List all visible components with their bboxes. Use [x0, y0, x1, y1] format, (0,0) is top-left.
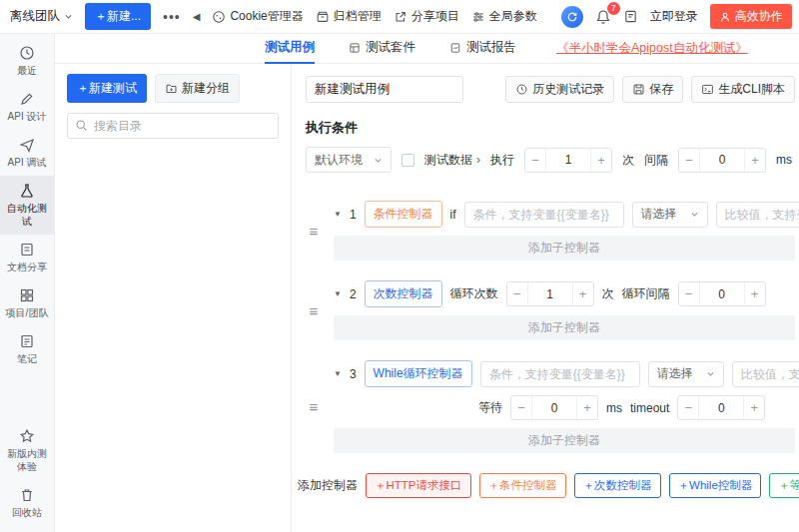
generate-cli-button[interactable]: 生成CLI脚本	[691, 76, 795, 103]
sidebar-item-api-debug[interactable]: API 调试	[0, 130, 54, 176]
condition-input[interactable]	[480, 361, 640, 387]
sidebar-item-project-team[interactable]: 项目/团队	[0, 280, 54, 326]
minus-button[interactable]: −	[678, 396, 698, 419]
plus-button[interactable]: +	[577, 396, 597, 419]
trash-icon	[19, 487, 35, 503]
exec-count-value[interactable]: 1	[545, 149, 591, 172]
drag-handle-icon[interactable]: ≡	[306, 399, 322, 414]
add-sub-controller-button[interactable]: 添加子控制器	[334, 428, 795, 453]
topbar: 离线团队 ＋新建... ••• ◀ Cookie管理器 归档管理 分享项目 全局…	[0, 0, 799, 34]
collapse-caret-icon[interactable]: ▼	[334, 289, 342, 298]
plus-button[interactable]: +	[745, 282, 765, 305]
plus-button[interactable]: +	[591, 149, 611, 172]
sidebar-item-automation[interactable]: 自动化测试	[0, 176, 54, 235]
collapse-panel-icon[interactable]: ◀	[193, 11, 201, 22]
test-data-checkbox[interactable]	[401, 154, 414, 167]
cookie-icon	[212, 10, 226, 24]
content-area: 测试用例 测试套件 测试报告 《半小时学会Apipost自动化测试》 ＋新建测试	[55, 34, 799, 532]
sync-assistant-button[interactable]	[561, 6, 583, 28]
new-group-button[interactable]: 新建分组	[155, 74, 240, 103]
collapse-caret-icon[interactable]: ▼	[334, 369, 342, 378]
drag-handle-icon[interactable]: ≡	[306, 303, 322, 318]
compare-value-input[interactable]	[732, 361, 799, 387]
times-unit-label: 次	[602, 285, 614, 302]
sidebar-item-recent[interactable]: 最近	[0, 38, 54, 84]
sidebar-item-label: 新版内测体验	[5, 447, 49, 473]
controller-block: ▼ 2 次数控制器 循环次数 − 1 + 次	[334, 280, 795, 340]
timeout-value[interactable]: 0	[698, 396, 744, 419]
case-name-input[interactable]	[306, 76, 463, 103]
compare-value-input[interactable]	[716, 202, 799, 228]
notification-badge: 7	[607, 2, 620, 15]
add-count-controller-button[interactable]: ＋次数控制器	[574, 473, 661, 498]
add-sub-controller-button[interactable]: 添加子控制器	[334, 236, 795, 261]
login-button[interactable]: 立即登录	[650, 8, 698, 25]
save-button[interactable]: 保存	[622, 76, 683, 103]
new-test-button[interactable]: ＋新建测试	[67, 74, 147, 103]
env-select[interactable]: 默认环境	[306, 147, 392, 173]
add-sub-controller-button[interactable]: 添加子控制器	[334, 315, 795, 340]
test-data-label: 测试数据	[424, 152, 472, 169]
add-controller-row: 添加控制器 ＋HTTP请求接口 ＋条件控制器 ＋次数控制器 ＋While控制器 …	[298, 473, 795, 498]
operator-select[interactable]: 请选择	[648, 361, 724, 387]
archive-manager-button[interactable]: 归档管理	[316, 8, 382, 25]
minus-button[interactable]: −	[525, 149, 545, 172]
plus-button[interactable]: +	[573, 282, 593, 305]
global-params-button[interactable]: 全局参数	[471, 8, 537, 25]
document-share-icon	[19, 242, 35, 258]
plus-button[interactable]: +	[744, 396, 764, 419]
test-data-toggle[interactable]: 测试数据 ›	[424, 152, 480, 169]
new-button[interactable]: ＋新建...	[85, 3, 151, 30]
loop-count-value[interactable]: 1	[527, 282, 573, 305]
exec-condition-row: 默认环境 测试数据 › 执行 − 1 +	[306, 147, 795, 173]
sidebar-item-recycle[interactable]: 回收站	[0, 480, 54, 526]
add-wait-controller-button[interactable]: ＋等待控制器	[769, 473, 799, 498]
tab-test-report[interactable]: 测试报告	[449, 34, 516, 64]
search-input[interactable]	[67, 113, 279, 139]
plus-button[interactable]: +	[745, 149, 765, 172]
sidebar: 最近 API 设计 API 调试 自动化测试 文档分享 项目/团队	[0, 34, 55, 532]
app-body: 最近 API 设计 API 调试 自动化测试 文档分享 项目/团队	[0, 34, 799, 532]
collab-label: 高效协作	[735, 8, 783, 25]
sidebar-item-api-design[interactable]: API 设计	[0, 84, 54, 130]
controller-list: ≡ ▼ 1 条件控制器 if 请选择	[306, 201, 795, 453]
tab-test-case[interactable]: 测试用例	[265, 34, 315, 64]
add-http-request-button[interactable]: ＋HTTP请求接口	[366, 473, 471, 498]
notifications-button[interactable]: 7	[595, 9, 611, 25]
feedback-button[interactable]	[623, 9, 638, 24]
sidebar-item-notes[interactable]: 笔记	[0, 326, 54, 372]
loop-interval-label: 循环间隔	[622, 285, 670, 302]
operator-select[interactable]: 请选择	[632, 202, 708, 228]
new-group-label: 新建分组	[182, 80, 230, 97]
share-project-button[interactable]: 分享项目	[394, 8, 459, 25]
tab-test-suite[interactable]: 测试套件	[349, 34, 415, 64]
tutorial-link[interactable]: 《半小时学会Apipost自动化测试》	[556, 40, 748, 57]
collapse-caret-icon[interactable]: ▼	[334, 210, 342, 219]
loop-interval-stepper: − 0 +	[678, 281, 766, 306]
minus-button[interactable]: −	[511, 396, 531, 419]
interval-value[interactable]: 0	[699, 149, 745, 172]
minus-button[interactable]: −	[679, 149, 699, 172]
controller-condition: ≡ ▼ 1 条件控制器 if 请选择	[306, 201, 795, 261]
history-button[interactable]: 历史测试记录	[505, 76, 614, 103]
loop-interval-value[interactable]: 0	[699, 282, 745, 305]
grid-icon	[19, 287, 35, 303]
wait-value[interactable]: 0	[531, 396, 577, 419]
minus-button[interactable]: −	[507, 282, 527, 305]
sidebar-item-doc-share[interactable]: 文档分享	[0, 235, 54, 280]
sidebar-item-beta[interactable]: 新版内测体验	[0, 421, 54, 480]
more-menu-icon[interactable]: •••	[163, 9, 181, 25]
minus-button[interactable]: −	[679, 282, 699, 305]
cookie-manager-button[interactable]: Cookie管理器	[212, 8, 303, 25]
add-controller-label: 添加控制器	[298, 477, 358, 494]
collab-button[interactable]: 高效协作	[710, 4, 792, 29]
sidebar-item-label: 最近	[17, 64, 37, 77]
add-condition-controller-button[interactable]: ＋条件控制器	[479, 473, 566, 498]
while-wait-row: 等待 − 0 + ms timeout −	[478, 395, 795, 420]
person-icon	[719, 11, 731, 23]
drag-handle-icon[interactable]: ≡	[306, 224, 322, 239]
add-while-controller-button[interactable]: ＋While控制器	[669, 473, 762, 498]
condition-input[interactable]	[464, 202, 624, 228]
sidebar-item-label: API 设计	[8, 110, 47, 123]
team-selector[interactable]: 离线团队	[10, 8, 73, 25]
